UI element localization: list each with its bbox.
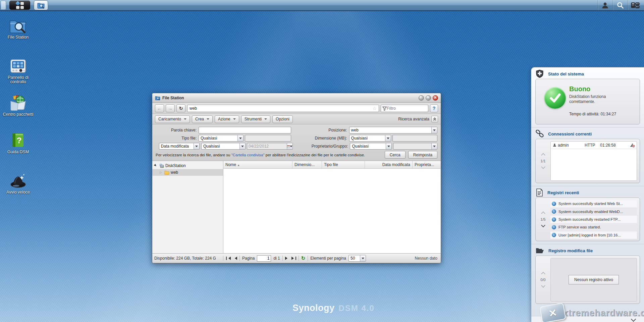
folder-tree: ▶ DiskStation ▷ web [152, 161, 223, 253]
main-menu-button[interactable] [9, 1, 30, 10]
log-item[interactable]: iSystem successfully started Web St... [550, 200, 637, 207]
dropdown-trigger-icon[interactable] [431, 127, 437, 133]
column-name[interactable]: Nome ▲ [223, 161, 292, 168]
dropdown-arrow-icon [184, 118, 186, 121]
widget-title: Registri recenti [547, 190, 579, 195]
bookmark-star-icon[interactable]: ☆ [370, 106, 379, 111]
tree-node-diskstation[interactable]: ▶ DiskStation [152, 162, 223, 169]
next-page-button[interactable] [285, 257, 289, 260]
refresh-list-button[interactable]: ↻ [301, 255, 306, 261]
column-properties[interactable]: Proprieta... [413, 161, 441, 168]
dsm-version: DSM 4.0 [339, 304, 375, 313]
logs-pager: 1/5 [536, 198, 550, 241]
menu-tools[interactable]: Strumenti [241, 115, 270, 123]
help-button[interactable]: ? [430, 104, 438, 112]
page-number-input[interactable] [257, 255, 271, 262]
pager-up-icon[interactable] [541, 211, 545, 216]
pager-up-icon[interactable] [541, 153, 545, 157]
refresh-button[interactable]: ↻ [176, 104, 185, 112]
log-item[interactable]: iSystem successfully restarted FTP... [550, 216, 637, 223]
desktop-tab[interactable] [1, 1, 6, 10]
log-item[interactable]: iUser [admin] logged in from [10.16... [550, 231, 637, 239]
close-button[interactable]: ✕ [433, 95, 438, 101]
user-menu-button[interactable] [598, 0, 612, 10]
log-item[interactable]: iSystem successfully enabled WebD... [550, 208, 637, 215]
collapsed-arrow-icon[interactable]: ▷ [160, 171, 163, 174]
keyword-label: Parola chiave: [156, 128, 199, 132]
dropdown-trigger-icon[interactable] [360, 255, 366, 261]
back-button[interactable]: ← [155, 104, 164, 112]
menu-action[interactable]: Azione [215, 115, 239, 123]
disconnect-icon[interactable] [630, 143, 635, 147]
pilot-view-button[interactable] [628, 0, 643, 10]
desktop-icon-quick-start[interactable]: Avvio veloce [1, 172, 36, 195]
desktop-icon-label: Centro pacchetti [1, 112, 36, 117]
pager-down-icon[interactable] [541, 165, 545, 169]
chain-link-icon [535, 130, 544, 138]
pager-down-icon[interactable] [541, 223, 545, 227]
menu-options[interactable]: Opzioni [272, 115, 293, 123]
pager-down-icon[interactable] [541, 283, 545, 288]
tree-node-web[interactable]: ▷ web [152, 169, 223, 176]
widget-title: Connessioni correnti [548, 131, 592, 137]
file-log-pager: 0/0 [536, 256, 550, 304]
column-size[interactable]: Dimensio... [292, 161, 322, 168]
connection-row[interactable]: admin HTTP 01:26:58 [551, 142, 637, 149]
date-op-select[interactable]: Qualsiasi [201, 143, 246, 150]
address-input[interactable] [187, 106, 370, 111]
dropdown-trigger-icon[interactable] [386, 143, 391, 149]
widget-panel: Stato del sistema Buono DiskStation funz… [531, 67, 644, 322]
expanded-arrow-icon[interactable]: ▶ [154, 163, 158, 168]
column-modified[interactable]: Data modificata [365, 161, 413, 168]
owner-select[interactable]: Qualsiasi [350, 143, 392, 150]
search-button[interactable]: Cerca [385, 151, 406, 159]
prev-page-button[interactable] [233, 257, 237, 260]
shared-folder-link[interactable]: "Cartella condivisa" [231, 153, 265, 157]
grid-body-empty[interactable] [223, 169, 441, 253]
menu-create[interactable]: Crea [192, 115, 213, 123]
menu-upload[interactable]: Caricamento [155, 115, 190, 123]
size-select[interactable]: Qualsiasi [349, 135, 391, 142]
dropdown-trigger-icon[interactable] [237, 135, 243, 141]
column-filetype[interactable]: Tipo file [322, 161, 365, 168]
forward-button[interactable]: → [166, 104, 175, 112]
maximize-button[interactable]: + [426, 95, 431, 101]
collapse-chevrons-icon [433, 117, 437, 121]
taskbar-file-station-button[interactable] [34, 1, 48, 10]
desktop-icon-label: File Station [1, 35, 36, 40]
pager-up-icon[interactable] [541, 272, 545, 276]
dropdown-trigger-icon[interactable] [194, 143, 199, 149]
dropdown-trigger-icon[interactable] [239, 143, 245, 149]
per-page-select[interactable]: 50 [348, 255, 366, 262]
no-active-log-button[interactable]: Nessun registro attivo [569, 275, 619, 284]
first-page-button[interactable] [226, 257, 231, 260]
reset-button[interactable]: Reimposta [408, 151, 437, 159]
page-of-label: di 1 [273, 256, 280, 261]
date-type-select[interactable]: Data modificata [159, 143, 200, 150]
desktop-icon-package-center[interactable]: Centro pacchetti [1, 94, 36, 117]
window-titlebar[interactable]: File Station + ✕ [152, 93, 441, 103]
main-menu-icon [16, 2, 24, 9]
search-button[interactable] [613, 0, 628, 10]
last-page-button[interactable] [291, 257, 296, 260]
desktop-icon-control-panel[interactable]: Pannello di controllo [1, 57, 36, 84]
advanced-search-toggle[interactable] [431, 116, 438, 122]
desktop-icon-file-station[interactable]: File Station [1, 17, 36, 40]
empty-status-text: Nessun dato [415, 256, 441, 261]
keyword-input[interactable] [199, 128, 291, 132]
filter-input[interactable] [387, 106, 427, 111]
calendar-trigger-icon[interactable] [287, 143, 292, 149]
size-extra-input [393, 136, 437, 141]
minimize-button[interactable] [419, 95, 424, 101]
recent-logs-card: 1/5 iSystem successfully started Web St.… [535, 198, 640, 241]
dropdown-trigger-icon[interactable] [385, 135, 391, 141]
desktop-icon-dsm-help[interactable]: ? Guida DSM [1, 131, 36, 154]
connection-user: admin [558, 143, 585, 148]
log-item[interactable]: iFTP service was started. [550, 223, 637, 231]
position-select[interactable]: web [349, 127, 437, 133]
owner-label: Proprietario/Gruppo: [296, 144, 350, 149]
dropdown-arrow-icon [207, 118, 209, 121]
user-icon [601, 2, 609, 9]
window-title: File Station [162, 96, 184, 100]
filetype-select[interactable]: Qualsiasi [199, 135, 244, 142]
